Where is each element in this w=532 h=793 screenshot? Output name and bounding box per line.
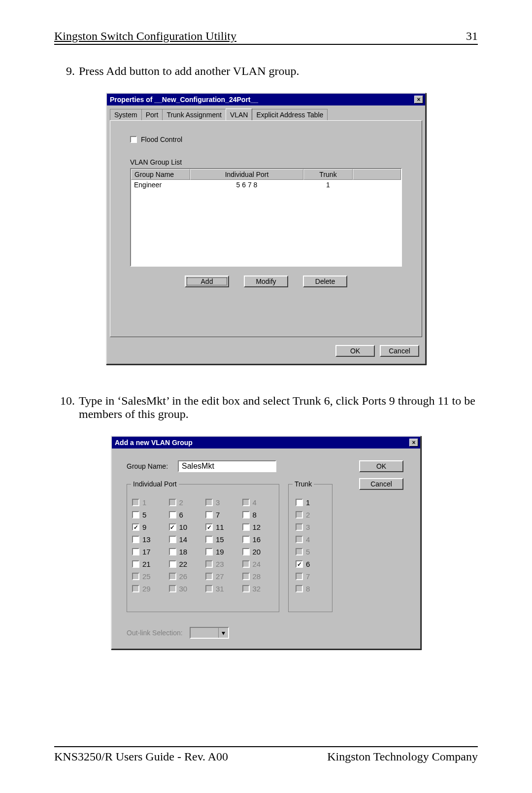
port-30: 30	[169, 585, 201, 593]
port-20[interactable]: 20	[242, 548, 274, 556]
trunk-7: 7	[296, 572, 327, 581]
port-checkbox-20[interactable]	[242, 548, 250, 555]
trunk-legend: Trunk	[293, 480, 314, 488]
port-checkbox-17[interactable]	[132, 548, 139, 555]
port-4: 4	[242, 498, 274, 507]
header-title: Kingston Switch Configuration Utility	[54, 30, 236, 43]
port-checkbox-13[interactable]	[132, 536, 139, 543]
cancel-button[interactable]: Cancel	[380, 345, 419, 357]
port-5[interactable]: 5	[132, 511, 164, 519]
port-checkbox-26	[169, 573, 176, 580]
port-14[interactable]: 14	[169, 535, 201, 544]
port-label-22: 22	[179, 560, 188, 568]
cell-group-name: Engineer	[131, 180, 190, 190]
footer-right: Kingston Technology Company	[327, 750, 478, 763]
tab-port[interactable]: Port	[141, 109, 163, 121]
port-22[interactable]: 22	[169, 560, 201, 568]
port-label-30: 30	[179, 585, 188, 593]
ok-button[interactable]: OK	[335, 345, 375, 357]
port-9[interactable]: ✓9	[132, 523, 164, 531]
port-23: 23	[205, 560, 237, 568]
port-checkbox-18[interactable]	[169, 548, 176, 555]
port-label-16: 16	[253, 535, 261, 544]
trunk-6[interactable]: ✓6	[296, 560, 327, 568]
cancel-button[interactable]: Cancel	[359, 478, 403, 490]
page-header: Kingston Switch Configuration Utility 31	[54, 30, 478, 45]
port-checkbox-21[interactable]	[132, 560, 139, 568]
port-checkbox-2	[169, 499, 176, 506]
port-17[interactable]: 17	[132, 548, 164, 556]
port-15[interactable]: 15	[205, 535, 237, 544]
port-19[interactable]: 19	[205, 548, 237, 556]
port-label-32: 32	[253, 585, 261, 593]
step-10-text: Type in ‘SalesMkt’ in the edit box and s…	[79, 394, 478, 421]
port-24: 24	[242, 560, 274, 568]
step-9-text: Press Add button to add another VLAN gro…	[79, 65, 478, 78]
outlink-select[interactable]: ▾	[190, 627, 229, 639]
port-2: 2	[169, 498, 201, 507]
vlan-list-label: VLAN Group List	[130, 158, 402, 166]
port-checkbox-14[interactable]	[169, 536, 176, 543]
port-checkbox-22[interactable]	[169, 560, 176, 568]
port-13[interactable]: 13	[132, 535, 164, 544]
flood-control-checkbox[interactable]	[130, 136, 137, 143]
tab-strip: System Port Trunk Assignment VLAN Explic…	[107, 105, 425, 120]
port-checkbox-7[interactable]	[205, 511, 213, 518]
port-label-8: 8	[253, 511, 257, 519]
port-16[interactable]: 16	[242, 535, 274, 544]
port-8[interactable]: 8	[242, 511, 274, 519]
individual-port-group: Individual Port 12345678✓9✓10✓1112131415…	[127, 484, 279, 612]
trunk-grid: 12345✓678	[294, 491, 327, 593]
trunk-1[interactable]: 1	[296, 498, 327, 507]
port-checkbox-11[interactable]: ✓	[205, 523, 213, 531]
tab-vlan[interactable]: VLAN	[226, 108, 253, 120]
tab-explicit-address[interactable]: Explicit Address Table	[252, 109, 328, 121]
port-checkbox-4	[242, 499, 250, 506]
chevron-down-icon[interactable]: ▾	[218, 628, 228, 638]
tab-system[interactable]: System	[110, 109, 142, 121]
port-21[interactable]: 21	[132, 560, 164, 568]
port-checkbox-5[interactable]	[132, 511, 139, 518]
port-label-9: 9	[142, 523, 146, 531]
add-vlan-title: Add a new VLAN Group	[115, 439, 193, 447]
delete-button[interactable]: Delete	[303, 276, 347, 287]
ports-grid: 12345678✓9✓10✓11121314151617181920212223…	[132, 491, 274, 593]
port-checkbox-16[interactable]	[242, 536, 250, 543]
properties-titlebar: Properties of __New_Configuration_24Port…	[107, 94, 425, 105]
close-icon[interactable]: ×	[414, 96, 423, 103]
port-checkbox-29	[132, 585, 139, 592]
group-name-input[interactable]	[178, 460, 276, 472]
port-label-6: 6	[179, 511, 183, 519]
list-row[interactable]: Engineer 5 6 7 8 1	[131, 180, 401, 190]
port-11[interactable]: ✓11	[205, 523, 237, 531]
trunk-checkbox-1[interactable]	[296, 499, 303, 506]
port-checkbox-19[interactable]	[205, 548, 213, 555]
port-checkbox-10[interactable]: ✓	[169, 523, 176, 531]
step-10-number: 10.	[54, 394, 79, 421]
port-label-28: 28	[253, 572, 261, 581]
port-10[interactable]: ✓10	[169, 523, 201, 531]
port-18[interactable]: 18	[169, 548, 201, 556]
tab-trunk-assignment[interactable]: Trunk Assignment	[162, 109, 226, 121]
port-checkbox-24	[242, 560, 250, 568]
close-icon[interactable]: ×	[409, 439, 418, 447]
port-1: 1	[132, 498, 164, 507]
modify-button[interactable]: Modify	[244, 276, 288, 287]
port-6[interactable]: 6	[169, 511, 201, 519]
add-button[interactable]: Add	[185, 276, 229, 287]
port-12[interactable]: 12	[242, 523, 274, 531]
port-label-11: 11	[216, 523, 224, 531]
vlan-group-list[interactable]: Group Name Individual Port Trunk Enginee…	[130, 168, 402, 267]
port-checkbox-15[interactable]	[205, 536, 213, 543]
port-29: 29	[132, 585, 164, 593]
port-checkbox-9[interactable]: ✓	[132, 523, 139, 531]
ok-button[interactable]: OK	[359, 460, 403, 472]
port-checkbox-8[interactable]	[242, 511, 250, 518]
col-trunk: Trunk	[303, 169, 353, 180]
port-checkbox-6[interactable]	[169, 511, 176, 518]
trunk-label-2: 2	[306, 511, 310, 519]
step-9-number: 9.	[54, 65, 79, 78]
port-7[interactable]: 7	[205, 511, 237, 519]
trunk-checkbox-6[interactable]: ✓	[296, 560, 303, 568]
port-checkbox-12[interactable]	[242, 523, 250, 531]
